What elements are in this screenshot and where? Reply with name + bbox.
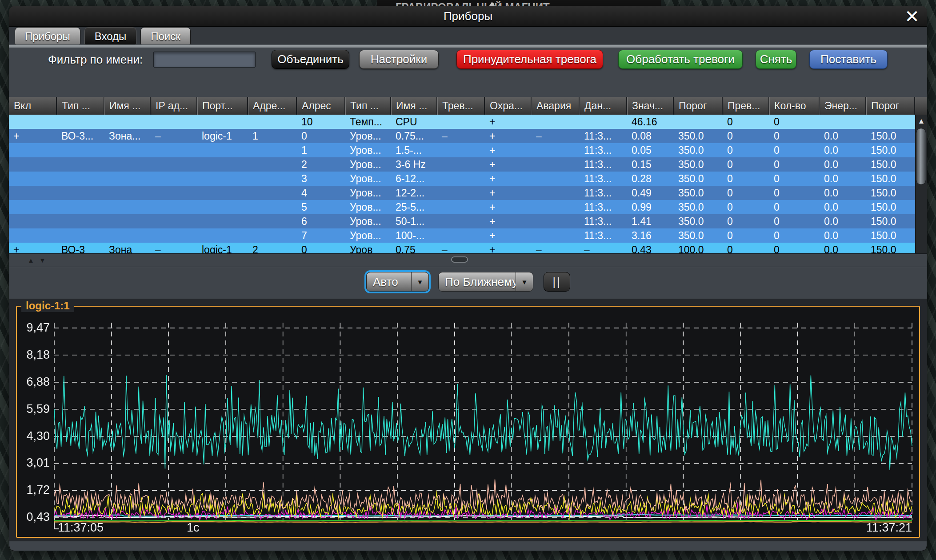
table-row[interactable]: +ВО-3...Зона...–logic-110Уров...0.75...–… xyxy=(9,129,915,143)
y-axis-label: 8,18 xyxy=(9,348,50,362)
column-header[interactable]: Порог xyxy=(866,97,915,115)
column-header[interactable]: Авария xyxy=(532,97,580,115)
interp-mode-select[interactable]: По Ближнему ▼ xyxy=(438,272,533,292)
tab-search[interactable]: Поиск xyxy=(140,27,191,44)
y-axis-label: 1,72 xyxy=(9,483,50,497)
scrollbar-thumb[interactable] xyxy=(916,128,926,185)
column-header[interactable]: Дан... xyxy=(580,97,627,115)
force-alarm-button[interactable]: Принудительная тревога xyxy=(456,50,603,69)
table-cell: + xyxy=(485,172,532,186)
table-row[interactable]: 2Уров...3-6 Hz+11:3...0.15350.0000.0150.… xyxy=(9,157,915,172)
table-cell: 0 xyxy=(723,200,769,214)
column-header[interactable]: Порт... xyxy=(197,97,248,115)
process-alarms-button[interactable]: Обработать тревоги xyxy=(618,50,743,69)
table-cell: 150.0 xyxy=(866,228,915,243)
table-cell: 0 xyxy=(723,115,769,129)
table-cell xyxy=(437,186,485,200)
tab-devices[interactable]: Приборы xyxy=(15,27,80,44)
splitter-down-icon[interactable]: ▼ xyxy=(39,256,46,264)
table-cell xyxy=(532,172,580,186)
table-cell xyxy=(104,143,151,157)
table-cell xyxy=(9,200,57,214)
table-cell: 150.0 xyxy=(866,186,915,200)
filter-label: Фильтр по имени: xyxy=(48,50,143,69)
table-cell: 0.15 xyxy=(627,157,674,172)
column-header[interactable]: Трев... xyxy=(437,97,485,115)
table-cell xyxy=(9,172,57,186)
table-row[interactable]: 4Уров...12-2...+11:3...0.49350.0000.0150… xyxy=(9,186,915,200)
table-cell: 46.16 xyxy=(627,115,674,129)
pause-button[interactable]: || xyxy=(544,272,570,292)
table-row[interactable]: 5Уров...25-5...+11:3...0.99350.0000.0150… xyxy=(9,200,915,214)
table-row[interactable]: 10Темп...CPU+46.1600 xyxy=(9,115,915,129)
tab-inputs[interactable]: Входы xyxy=(84,27,137,44)
column-header[interactable]: Алрес xyxy=(297,97,345,115)
disarm-button[interactable]: Снять xyxy=(756,50,796,69)
table-cell xyxy=(820,115,866,129)
filter-input[interactable] xyxy=(153,52,256,68)
table-body: 10Темп...CPU+46.1600+ВО-3...Зона...–logi… xyxy=(9,115,915,253)
table-cell: logic-1 xyxy=(197,129,248,143)
table-cell: 11:3... xyxy=(580,157,627,172)
background-window-title: ГРАВИРОВАЛЬНЫЙ МАГНИТ xyxy=(396,1,550,6)
table-row[interactable]: 6Уров...50-1...+11:3...1.41350.0000.0150… xyxy=(9,214,915,228)
table-cell: 0 xyxy=(769,186,820,200)
table-row[interactable]: 3Уров...6-12...+11:3...0.28350.0000.0150… xyxy=(9,172,915,186)
table-row[interactable]: 1Уров...1.5-...+11:3...0.05350.0000.0150… xyxy=(9,143,915,157)
table-cell: – xyxy=(437,243,485,253)
table-cell: – xyxy=(532,129,580,143)
splitter-up-icon[interactable]: ▲ xyxy=(28,256,34,264)
table-cell xyxy=(248,200,297,214)
merge-button[interactable]: Объединить xyxy=(272,50,349,69)
table-cell: 150.0 xyxy=(866,172,915,186)
column-header[interactable]: Знач... xyxy=(627,97,674,115)
table-cell: 100-... xyxy=(391,228,437,243)
table-cell: CPU xyxy=(391,115,437,129)
table-cell: 0.49 xyxy=(627,186,674,200)
scroll-up-icon[interactable]: ▲ xyxy=(916,116,927,126)
settings-button[interactable]: Настройки xyxy=(359,50,439,69)
splitter[interactable] xyxy=(9,253,927,267)
close-icon[interactable]: ✕ xyxy=(901,7,923,26)
scale-mode-select[interactable]: Авто ▼ xyxy=(366,272,429,292)
table-cell: 0.08 xyxy=(627,129,674,143)
table-cell: 150.0 xyxy=(866,243,915,253)
column-header[interactable]: Тип ... xyxy=(57,97,104,115)
column-header[interactable]: Порог xyxy=(674,97,723,115)
y-axis-label: 4,30 xyxy=(9,429,50,443)
signal-chart-canvas[interactable] xyxy=(17,307,919,537)
table-cell: 150.0 xyxy=(866,129,915,143)
table-cell: 3 xyxy=(297,172,345,186)
table-cell: 0 xyxy=(769,200,820,214)
column-header[interactable]: Вкл xyxy=(9,97,57,115)
table-cell xyxy=(532,200,580,214)
arm-button[interactable]: Поставить xyxy=(809,50,888,69)
table-cell: 7 xyxy=(297,228,345,243)
table-cell: Уров... xyxy=(345,143,391,157)
table-cell: 50-1... xyxy=(391,214,437,228)
column-header[interactable]: Адре... xyxy=(248,97,297,115)
column-header[interactable]: Охра... xyxy=(485,97,532,115)
column-header[interactable]: Прев... xyxy=(723,97,769,115)
table-header: ВклТип ...Имя ...IP ад...Порт...Адре...А… xyxy=(9,97,915,115)
column-header[interactable]: Кол-во xyxy=(769,97,820,115)
column-header[interactable]: Энер... xyxy=(820,97,866,115)
table-cell: + xyxy=(485,186,532,200)
column-header[interactable]: Тип ... xyxy=(345,97,391,115)
column-header[interactable]: IP ад... xyxy=(151,97,197,115)
table-cell xyxy=(151,228,197,243)
table-row[interactable]: +ВО-3Зона–logic-120Уров0.75–+––0.43100.0… xyxy=(9,243,915,253)
splitter-handle[interactable] xyxy=(451,256,468,263)
table-cell xyxy=(9,115,57,129)
tab-bar: ПриборыВходыПоиск xyxy=(15,27,191,44)
table-cell: 0.99 xyxy=(627,200,674,214)
column-header[interactable]: Имя ... xyxy=(104,97,151,115)
y-axis-label: 5,59 xyxy=(9,402,50,416)
table-cell: + xyxy=(485,143,532,157)
table-row[interactable]: 7Уров...100-...+11:3...3.16350.0000.0150… xyxy=(9,228,915,243)
table-cell xyxy=(9,186,57,200)
table-cell xyxy=(9,214,57,228)
table-cell: 1.5-... xyxy=(391,143,437,157)
table-cell xyxy=(197,186,248,200)
column-header[interactable]: Имя ... xyxy=(391,97,437,115)
